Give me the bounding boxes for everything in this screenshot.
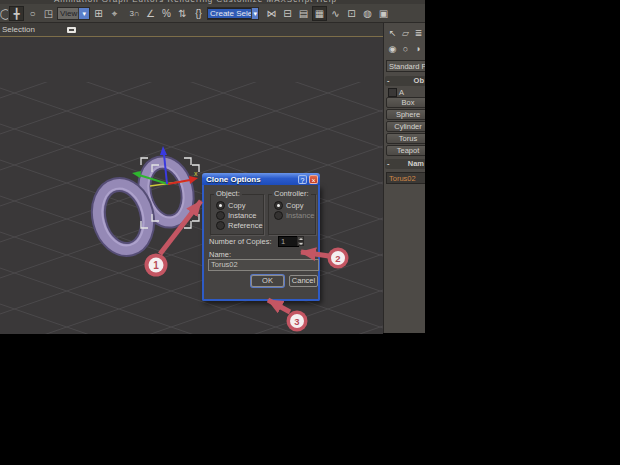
named-selection-set-dropdown[interactable]: Create Selection Se ▾ bbox=[207, 7, 259, 20]
copies-input[interactable]: 1 bbox=[278, 236, 299, 247]
controller-instance-label: Instance bbox=[286, 211, 314, 220]
lights-category-icon[interactable]: ◗ bbox=[413, 44, 424, 55]
reference-coordinate-value: View bbox=[58, 9, 78, 18]
named-selection-sets-icon[interactable]: {} bbox=[191, 6, 206, 21]
object-instance-label: Instance bbox=[228, 211, 256, 220]
radio-icon[interactable] bbox=[274, 211, 283, 220]
controller-copy-option[interactable]: Copy bbox=[274, 201, 304, 210]
dropdown-arrow-icon[interactable]: ▾ bbox=[251, 8, 258, 19]
radio-icon[interactable] bbox=[216, 211, 225, 220]
gizmo-y-arrow[interactable] bbox=[132, 171, 141, 178]
angle-snap-icon[interactable]: ∠ bbox=[143, 6, 158, 21]
use-pivot-point-icon[interactable]: ⌖ bbox=[107, 6, 122, 21]
ribbon-bar: Selection bbox=[0, 23, 383, 36]
snaps-toggle-icon[interactable]: 3∩ bbox=[127, 6, 142, 21]
autogrid-checkbox[interactable] bbox=[388, 88, 397, 97]
viewport-scene: x bbox=[0, 38, 383, 334]
axis-x-label: x bbox=[194, 170, 198, 177]
close-icon[interactable]: × bbox=[309, 175, 318, 184]
command-panel-tabs: ↖ ▱ ≣ bbox=[384, 28, 425, 39]
teapot-button[interactable]: Teapot bbox=[386, 145, 425, 156]
ribbon-minimize-icon[interactable] bbox=[67, 27, 76, 33]
name-label: Name: bbox=[209, 250, 231, 259]
create-tab-icon[interactable]: ↖ bbox=[387, 28, 398, 39]
copies-label: Number of Copies: bbox=[209, 237, 272, 246]
percent-snap-icon[interactable]: % bbox=[159, 6, 174, 21]
controller-instance-option[interactable]: Instance bbox=[274, 211, 314, 220]
radio-icon[interactable] bbox=[216, 221, 225, 230]
mirror-icon[interactable]: ⋈ bbox=[264, 6, 279, 21]
object-groupbox: Object: Copy Instance Reference bbox=[210, 194, 264, 235]
geometry-category-icon[interactable]: ◉ bbox=[387, 44, 398, 55]
cylinder-button[interactable]: Cylinder bbox=[386, 121, 425, 132]
clipped-toolbar-icon[interactable]: ◯ bbox=[0, 6, 8, 21]
object-type-rollout-label: Ob bbox=[414, 76, 424, 86]
dialog-title: Clone Options bbox=[202, 175, 298, 184]
object-reference-label: Reference bbox=[228, 221, 263, 230]
create-category-row: ◉ ○ ◗ bbox=[384, 44, 425, 55]
controller-copy-label: Copy bbox=[286, 201, 304, 210]
layer-manager-icon[interactable]: ▤ bbox=[296, 6, 311, 21]
select-and-scale-icon[interactable]: ◳ bbox=[41, 6, 56, 21]
object-type-rollout[interactable]: - Ob bbox=[385, 76, 425, 86]
autogrid-label: A bbox=[399, 88, 404, 97]
material-editor-icon[interactable]: ◍ bbox=[360, 6, 375, 21]
object-name-field[interactable]: Torus02 bbox=[386, 172, 425, 184]
clone-name-input[interactable]: Torus02 bbox=[208, 259, 319, 271]
radio-selected-icon[interactable] bbox=[274, 201, 283, 210]
cancel-button[interactable]: Cancel bbox=[289, 275, 318, 287]
named-selection-set-value: Create Selection Se bbox=[208, 9, 251, 18]
ribbon-tab-selection[interactable]: Selection bbox=[0, 25, 35, 34]
rollout-collapse-icon[interactable]: - bbox=[387, 76, 390, 86]
object-group-label: Object: bbox=[214, 190, 242, 198]
copies-spinner bbox=[297, 236, 304, 247]
command-panel: ↖ ▱ ≣ ◉ ○ ◗ Standard Pri - Ob A Box Sphe… bbox=[383, 23, 425, 333]
schematic-view-icon[interactable]: ⊡ bbox=[344, 6, 359, 21]
spinner-snap-icon[interactable]: ⇅ bbox=[175, 6, 190, 21]
sphere-button[interactable]: Sphere bbox=[386, 109, 425, 120]
select-and-rotate-icon[interactable]: ○ bbox=[25, 6, 40, 21]
graphite-ribbon-toggle-icon[interactable]: ▦ bbox=[312, 6, 327, 21]
controller-group-label: Controller: bbox=[272, 190, 311, 198]
modify-tab-icon[interactable]: ▱ bbox=[400, 28, 411, 39]
shapes-category-icon[interactable]: ○ bbox=[400, 44, 411, 55]
toolbar-separator bbox=[260, 6, 263, 21]
name-color-rollout-label: Nam bbox=[408, 159, 424, 169]
hierarchy-tab-icon[interactable]: ≣ bbox=[413, 28, 424, 39]
object-copy-option[interactable]: Copy bbox=[216, 201, 246, 210]
perspective-viewport[interactable]: x bbox=[0, 36, 383, 334]
dropdown-arrow-icon[interactable]: ▾ bbox=[78, 8, 89, 19]
gizmo-x-arrow[interactable] bbox=[189, 176, 198, 184]
radio-selected-icon[interactable] bbox=[216, 201, 225, 210]
rollout-collapse-icon[interactable]: - bbox=[387, 159, 390, 169]
main-toolbar: ◯ ╋ ○ ◳ View ▾ ⊞ ⌖ 3∩ ∠ % ⇅ {} Create Se… bbox=[0, 4, 425, 23]
primitives-dropdown[interactable]: Standard Pri bbox=[386, 60, 425, 72]
object-copy-label: Copy bbox=[228, 201, 246, 210]
reference-coordinate-dropdown[interactable]: View ▾ bbox=[57, 7, 90, 20]
box-button[interactable]: Box bbox=[386, 97, 425, 108]
select-and-move-icon[interactable]: ╋ bbox=[9, 6, 24, 21]
autogrid-row: A bbox=[388, 88, 404, 97]
dialog-titlebar[interactable]: Clone Options ? × bbox=[202, 173, 320, 185]
clone-options-dialog: Clone Options ? × Object: Copy Instance … bbox=[202, 185, 320, 301]
curve-editor-icon[interactable]: ∿ bbox=[328, 6, 343, 21]
spinner-down-icon[interactable] bbox=[297, 241, 304, 246]
torus-button[interactable]: Torus bbox=[386, 133, 425, 144]
object-instance-option[interactable]: Instance bbox=[216, 211, 256, 220]
help-icon[interactable]: ? bbox=[298, 175, 307, 184]
select-and-manipulate-icon[interactable]: ⊞ bbox=[91, 6, 106, 21]
name-color-rollout[interactable]: - Nam bbox=[385, 159, 425, 169]
align-icon[interactable]: ⊟ bbox=[280, 6, 295, 21]
max-application-window: Animation Graph Editors Rendering Custom… bbox=[0, 0, 620, 465]
controller-groupbox: Controller: Copy Instance bbox=[268, 194, 316, 235]
render-setup-icon[interactable]: ▣ bbox=[376, 6, 391, 21]
object-reference-option[interactable]: Reference bbox=[216, 221, 263, 230]
ok-button[interactable]: OK bbox=[251, 275, 284, 287]
toolbar-separator bbox=[123, 6, 126, 21]
